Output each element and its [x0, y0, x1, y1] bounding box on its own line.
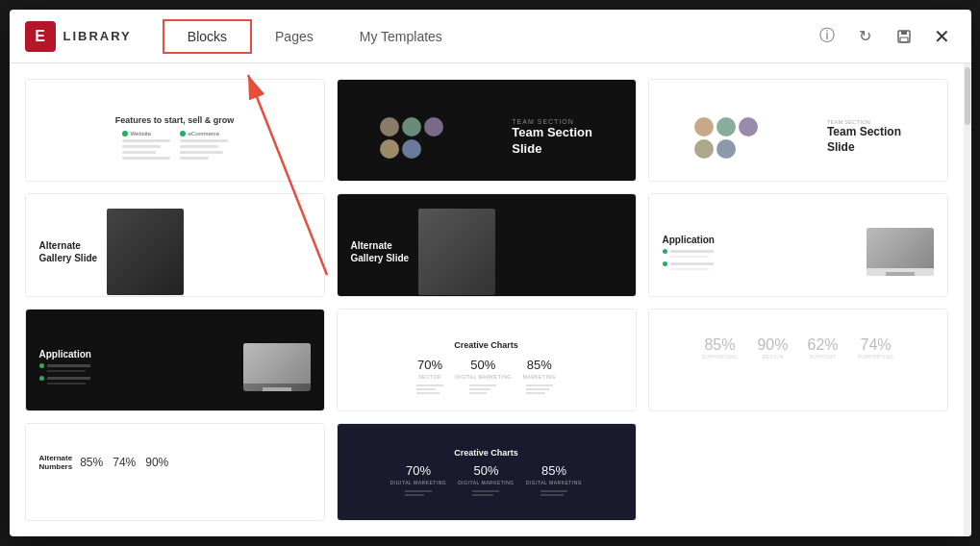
features-col-1: Website	[122, 131, 170, 160]
feat-line	[180, 157, 209, 160]
close-button[interactable]: ✕	[929, 23, 956, 50]
feat-line	[122, 157, 170, 160]
template-card-team-dark[interactable]: TEAM SECTION Team SectionSlide	[337, 79, 637, 182]
chart-item-dark: 70% DIGITAL MARKETING	[390, 463, 447, 496]
refresh-button[interactable]: ↻	[852, 23, 879, 50]
chart-label: SECTOR	[418, 374, 441, 380]
tab-pages[interactable]: Pages	[252, 21, 337, 52]
nav-tabs: Blocks Pages My Templates	[163, 19, 814, 54]
template-card-gallery-light[interactable]: AlternateGallery Slide	[25, 193, 325, 296]
bar	[469, 388, 490, 390]
chart-bars	[469, 385, 496, 394]
avatar	[380, 139, 399, 159]
chart-item: 85% MARKETING	[523, 358, 556, 394]
feat-check	[122, 131, 128, 136]
app-item	[663, 261, 859, 266]
app-line	[670, 268, 709, 270]
scrollbar-track[interactable]	[964, 63, 971, 536]
svg-rect-1	[901, 31, 907, 35]
app-text-dark: Application	[39, 349, 236, 385]
avatar	[380, 117, 399, 136]
laptop-image-dark	[243, 343, 311, 391]
feat-line	[180, 139, 228, 142]
app-item-dark	[39, 363, 236, 368]
bar-dark	[472, 490, 499, 492]
stat-value: 62%	[808, 336, 839, 354]
header-actions: ⓘ ↻ ✕	[814, 23, 956, 50]
template-card-application-light[interactable]: Application	[648, 193, 948, 296]
template-card-gallery-dark[interactable]: AlternateGallery Slide	[337, 193, 637, 296]
chart-bars	[526, 385, 553, 394]
features-cols: Website eCommerce	[122, 131, 228, 160]
charts-title-light: Creative Charts	[454, 340, 518, 350]
feat-line	[122, 145, 161, 148]
template-card-application-dark[interactable]: Application	[25, 309, 325, 411]
scrollbar-thumb[interactable]	[965, 67, 970, 125]
chart-item: 70% SECTOR	[416, 358, 443, 394]
app-text-light: Application	[663, 235, 859, 270]
card-preview-team-dark: TEAM SECTION Team SectionSlide	[338, 80, 636, 182]
features-col-2: eCommerce	[180, 131, 228, 160]
card-preview-numbers: AlternateNumbers 85% 74% 90%	[26, 424, 324, 501]
team-text-light: TEAM SECTION Team SectionSlide	[827, 119, 901, 155]
chart-percent-dark: 70%	[406, 463, 431, 478]
team-title-light-text: Team SectionSlide	[827, 125, 901, 155]
feat-item: Website	[122, 131, 170, 136]
template-card-numbers[interactable]: AlternateNumbers 85% 74% 90%	[25, 423, 325, 521]
feat-line	[122, 139, 170, 142]
chart-bars-dark	[540, 490, 567, 496]
app-dot	[39, 363, 44, 368]
app-line	[670, 262, 714, 265]
gallery-title-light-text: AlternateGallery Slide	[39, 239, 98, 264]
template-card-team-light[interactable]: TEAM SECTION Team SectionSlide	[648, 79, 948, 182]
gallery-text-dark: AlternateGallery Slide	[351, 239, 410, 264]
template-card-charts-light[interactable]: Creative Charts 70% SECTOR	[337, 309, 637, 411]
app-item	[663, 249, 859, 254]
logo: E LIBRARY	[25, 21, 132, 52]
save-button[interactable]	[891, 23, 917, 50]
app-dot	[39, 376, 44, 381]
charts-row-dark: 70% DIGITAL MARKETING 50% DIGITAL MARKET…	[390, 463, 583, 496]
modal-header: E LIBRARY Blocks Pages My Templates ⓘ ↻ …	[10, 10, 971, 63]
team-avatars-light	[694, 117, 766, 159]
charts-title-dark: Creative Charts	[454, 448, 518, 458]
bar-dark	[405, 490, 432, 492]
chart-item-dark: 50% DIGITAL MARKETING	[458, 463, 515, 496]
template-card-features[interactable]: Features to start, sell & grow Website e…	[25, 79, 325, 182]
numbers-stats: 85% 74% 90%	[80, 456, 168, 469]
tab-my-templates[interactable]: My Templates	[337, 21, 465, 52]
chart-item: 50% DIGITAL MARKETING	[455, 358, 512, 394]
feat-check	[180, 131, 186, 136]
info-button[interactable]: ⓘ	[814, 23, 841, 50]
stat-value: 90%	[757, 336, 788, 354]
tab-blocks[interactable]: Blocks	[163, 19, 252, 54]
stat-label: DESIGN	[762, 354, 783, 360]
logo-icon: E	[25, 21, 56, 52]
app-dot	[663, 249, 667, 254]
card-preview-gallery-dark: AlternateGallery Slide	[338, 194, 636, 296]
team-label-dark: TEAM SECTION	[512, 118, 592, 125]
bar	[416, 392, 440, 394]
template-card-charts-dark[interactable]: Creative Charts 70% DIGITAL MARKETING 50…	[337, 423, 637, 521]
avatar	[424, 117, 443, 136]
charts-row-light: 70% SECTOR 50% DIGITAL MARKETING	[416, 358, 556, 394]
bar-dark	[472, 494, 493, 496]
team-avatars-dark	[380, 117, 457, 159]
content-area: Features to start, sell & grow Website e…	[10, 63, 971, 536]
stat-label: SUPPORT	[810, 354, 837, 360]
chart-bars-dark	[405, 490, 432, 496]
chart-bars-dark	[472, 490, 499, 496]
template-card-stats-light[interactable]: 85% SUPPORTING 90% DESIGN 62% SUPPORT 74…	[648, 309, 948, 411]
chart-label: DIGITAL MARKETING	[455, 374, 512, 380]
app-item-dark	[39, 376, 236, 381]
app-line	[47, 377, 90, 380]
app-sub-line	[47, 383, 86, 385]
stat-item: 85% SUPPORTING	[702, 336, 739, 360]
bar	[526, 385, 553, 386]
app-line	[47, 364, 90, 367]
chart-label-dark: DIGITAL MARKETING	[526, 480, 583, 485]
logo-text: LIBRARY	[63, 29, 132, 43]
card-preview-application-light: Application	[649, 194, 947, 296]
avatar	[716, 139, 736, 159]
app-dot	[663, 261, 667, 266]
